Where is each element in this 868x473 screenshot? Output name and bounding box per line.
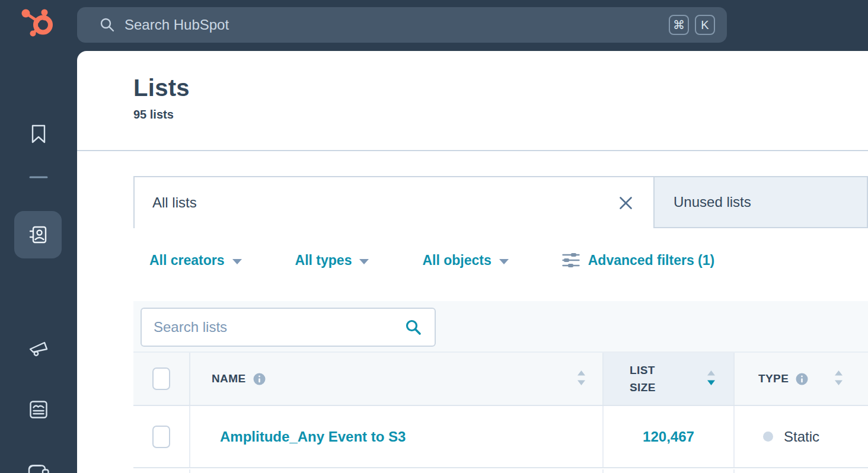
info-icon[interactable] bbox=[253, 373, 266, 385]
advanced-filters-button[interactable]: Advanced filters (1) bbox=[562, 253, 714, 269]
hubspot-logo[interactable] bbox=[20, 6, 55, 41]
list-search-input[interactable] bbox=[142, 319, 405, 335]
static-type-dot-icon bbox=[763, 432, 773, 442]
sidebar-item-crm-active[interactable] bbox=[14, 211, 62, 258]
sidebar-item-commerce[interactable] bbox=[0, 462, 77, 473]
sort-arrows-icon bbox=[834, 370, 843, 388]
list-name-cell: Amplitude_Any Event to S3 bbox=[189, 406, 602, 467]
sort-arrows-icon bbox=[577, 370, 586, 388]
top-navigation-bar: Search HubSpot ⌘ K bbox=[0, 0, 868, 51]
cmd-key: ⌘ bbox=[669, 15, 689, 35]
all-types-dropdown[interactable]: All types bbox=[295, 253, 369, 269]
column-header-name[interactable]: NAME bbox=[189, 353, 602, 405]
list-search-box[interactable] bbox=[141, 308, 436, 347]
keyboard-shortcut: ⌘ K bbox=[669, 15, 715, 35]
list-type-value: Static bbox=[784, 429, 819, 445]
table-toolbar bbox=[133, 301, 868, 351]
wallet-icon bbox=[28, 462, 49, 473]
page-title: Lists bbox=[133, 75, 190, 101]
sliders-icon bbox=[562, 253, 580, 268]
select-all-cell bbox=[133, 353, 189, 405]
list-size-value[interactable]: 120,467 bbox=[643, 429, 694, 445]
chevron-down-icon bbox=[232, 259, 242, 264]
close-tab-icon[interactable] bbox=[616, 193, 636, 213]
table-header-row: NAME LIST SIZE bbox=[133, 351, 868, 406]
list-count: 95 lists bbox=[133, 108, 174, 122]
lists-page: Lists 95 lists All lists Unused lists Al… bbox=[77, 51, 868, 473]
row-checkbox[interactable] bbox=[152, 426, 170, 448]
header-divider bbox=[77, 150, 868, 151]
search-icon[interactable] bbox=[405, 319, 422, 335]
k-key: K bbox=[695, 15, 715, 35]
column-header-type[interactable]: TYPE bbox=[733, 353, 868, 405]
sidebar-divider bbox=[0, 176, 77, 178]
tab-unused-lists[interactable]: Unused lists bbox=[655, 176, 868, 228]
sidebar-nav bbox=[0, 51, 77, 473]
column-header-list-size[interactable]: LIST SIZE bbox=[602, 353, 733, 405]
filter-bar: All creators All types All objects bbox=[149, 247, 714, 274]
table-row: Amplitude_Any Event to S3 120,467 Static bbox=[133, 406, 868, 468]
list-type-cell: Static bbox=[733, 406, 868, 467]
chevron-down-icon bbox=[499, 259, 509, 264]
divider-dash-icon bbox=[29, 176, 48, 178]
contacts-icon bbox=[28, 225, 48, 245]
row-select-cell bbox=[133, 406, 189, 467]
sidebar-item-bookmarks[interactable] bbox=[0, 123, 77, 145]
select-all-checkbox[interactable] bbox=[152, 367, 170, 390]
tab-all-lists-label: All lists bbox=[152, 194, 197, 211]
bookmark-icon bbox=[31, 124, 46, 143]
info-icon[interactable] bbox=[796, 373, 808, 385]
sort-arrows-desc-icon bbox=[707, 370, 716, 388]
all-creators-dropdown[interactable]: All creators bbox=[149, 253, 242, 269]
list-name-link[interactable]: Amplitude_Any Event to S3 bbox=[190, 429, 406, 445]
sidebar-item-marketing[interactable] bbox=[0, 339, 77, 357]
view-tabs: All lists Unused lists bbox=[133, 176, 868, 228]
megaphone-icon bbox=[28, 340, 49, 356]
table-row-partial bbox=[133, 469, 868, 473]
chevron-down-icon bbox=[359, 259, 369, 264]
all-objects-dropdown[interactable]: All objects bbox=[422, 253, 508, 269]
tab-unused-lists-label: Unused lists bbox=[674, 194, 751, 210]
list-size-cell: 120,467 bbox=[602, 406, 733, 467]
sidebar-item-content[interactable] bbox=[0, 400, 77, 419]
global-search-placeholder: Search HubSpot bbox=[125, 17, 669, 33]
content-page-icon bbox=[29, 400, 48, 419]
tab-all-lists[interactable]: All lists bbox=[133, 176, 655, 228]
search-icon bbox=[100, 17, 115, 33]
global-search-bar[interactable]: Search HubSpot ⌘ K bbox=[77, 7, 727, 43]
